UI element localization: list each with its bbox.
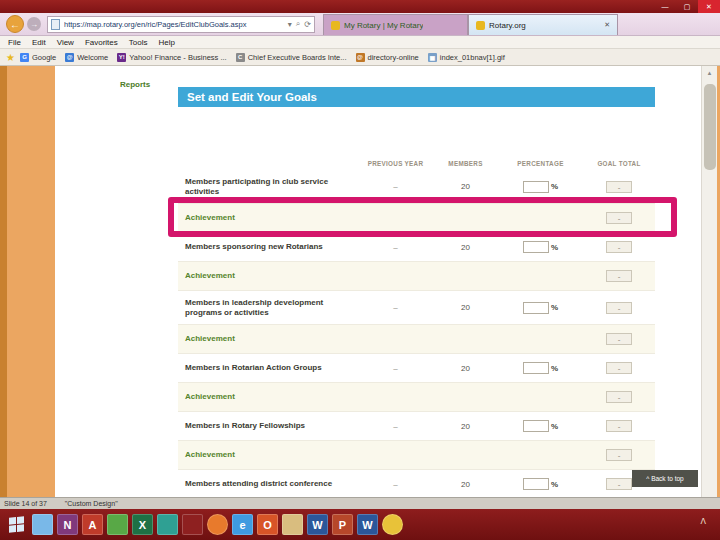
goal-total-box[interactable]: -	[606, 212, 632, 224]
goal-total-box[interactable]: -	[606, 181, 632, 193]
goal-label: Members attending district conference	[178, 479, 358, 489]
percent-sign: %	[551, 480, 558, 489]
status-bar: Slide 14 of 37 "Custom Design"	[0, 497, 720, 509]
close-button[interactable]: ✕	[698, 0, 720, 13]
percentage-input[interactable]	[523, 302, 549, 314]
tray-chevron-icon[interactable]: ᐱ	[701, 517, 706, 526]
search-icon[interactable]: ⌕	[296, 19, 300, 29]
taskbar-app-11-icon[interactable]	[282, 514, 303, 535]
percentage-input[interactable]	[523, 362, 549, 374]
percentage-input[interactable]	[523, 241, 549, 253]
percentage-input[interactable]	[523, 420, 549, 432]
slide-indicator: Slide 14 of 37	[4, 500, 47, 507]
scrollbar[interactable]: ▲	[701, 66, 717, 497]
goal-total-box[interactable]: -	[606, 270, 632, 282]
menu-favorites[interactable]: Favorites	[85, 38, 118, 47]
achievement-label: Achievement	[178, 392, 583, 402]
forward-button[interactable]: →	[27, 17, 41, 31]
percentage-cell: %	[498, 420, 583, 432]
minimize-button[interactable]: —	[654, 0, 676, 13]
chevron-down-icon[interactable]: ▾	[288, 20, 292, 29]
taskbar-app-14-icon[interactable]: W	[357, 514, 378, 535]
favorite-link[interactable]: CChief Executive Boards Inte...	[236, 53, 347, 62]
percentage-input[interactable]	[523, 478, 549, 490]
browser-navbar: ← → https://map.rotary.org/en/ric/Pages/…	[0, 13, 720, 36]
refresh-icon[interactable]: ⟳	[304, 20, 311, 29]
favorites-star-icon[interactable]: ★	[6, 52, 15, 63]
back-button[interactable]: ←	[6, 15, 24, 33]
screen: — ▢ ✕ ← → https://map.rotary.org/en/ric/…	[0, 0, 720, 540]
favorite-link[interactable]: @Welcome	[65, 53, 108, 62]
taskbar-app-1-icon[interactable]	[32, 514, 53, 535]
page-icon	[51, 19, 60, 30]
start-button[interactable]	[4, 513, 28, 537]
scrollbar-thumb[interactable]	[704, 84, 716, 170]
taskbar-app-6-icon[interactable]	[157, 514, 178, 535]
favorite-icon: @	[65, 53, 74, 62]
goal-total-box[interactable]: -	[606, 302, 632, 314]
menu-help[interactable]: Help	[158, 38, 174, 47]
background-strip	[0, 66, 7, 497]
goal-total-box[interactable]: -	[606, 362, 632, 374]
goal-row: Members participating in club service ac…	[178, 170, 655, 204]
achievement-row: Achievement-	[178, 262, 655, 291]
page-title: Set and Edit Your Goals	[178, 87, 655, 107]
tab-rotary-org[interactable]: Rotary.org ✕	[468, 14, 618, 35]
goal-total-box[interactable]: -	[606, 241, 632, 253]
windows-logo-icon	[9, 516, 24, 533]
taskbar-app-9-icon[interactable]: e	[232, 514, 253, 535]
favorite-icon: @	[356, 53, 365, 62]
achievement-label: Achievement	[178, 271, 583, 281]
reports-link[interactable]: Reports	[120, 80, 150, 89]
achievement-label: Achievement	[178, 334, 583, 344]
taskbar-app-5-icon[interactable]: X	[132, 514, 153, 535]
taskbar-app-4-icon[interactable]	[107, 514, 128, 535]
menu-view[interactable]: View	[57, 38, 74, 47]
members-value: 20	[433, 182, 498, 191]
favorite-link[interactable]: Y!Yahoo! Finance - Business ...	[117, 53, 226, 62]
tab-close-icon[interactable]: ✕	[598, 21, 610, 29]
tab-label: My Rotary | My Rotary	[344, 21, 423, 30]
menu-tools[interactable]: Tools	[129, 38, 148, 47]
goal-total-box[interactable]: -	[606, 449, 632, 461]
goal-total-box[interactable]: -	[606, 420, 632, 432]
back-to-top-button[interactable]: ^ Back to top	[632, 470, 698, 487]
tab-favicon	[331, 21, 340, 30]
taskbar-app-13-icon[interactable]: P	[332, 514, 353, 535]
taskbar-app-12-icon[interactable]: W	[307, 514, 328, 535]
goal-total-box[interactable]: -	[606, 478, 632, 490]
favorite-link[interactable]: GGoogle	[20, 53, 56, 62]
goal-row: Members in Rotarian Action Groups–20%-	[178, 354, 655, 383]
taskbar-app-7-icon[interactable]	[182, 514, 203, 535]
goal-label: Members participating in club service ac…	[178, 177, 358, 196]
percentage-cell: %	[498, 478, 583, 490]
goal-total-box[interactable]: -	[606, 333, 632, 345]
taskbar-app-3-icon[interactable]: A	[82, 514, 103, 535]
favorite-label: Google	[32, 53, 56, 62]
taskbar-app-15-icon[interactable]	[382, 514, 403, 535]
content-area: Reports Set and Edit Your Goals PREVIOUS…	[0, 66, 720, 497]
percent-sign: %	[551, 364, 558, 373]
percent-sign: %	[551, 303, 558, 312]
goal-total-box[interactable]: -	[606, 391, 632, 403]
taskbar-app-10-icon[interactable]: O	[257, 514, 278, 535]
menu-edit[interactable]: Edit	[32, 38, 46, 47]
percentage-input[interactable]	[523, 181, 549, 193]
tab-my-rotary[interactable]: My Rotary | My Rotary	[323, 14, 468, 35]
favorite-link[interactable]: ▦index_01bnav[1].gif	[428, 53, 505, 62]
taskbar-apps: NAXeOWPW	[32, 514, 403, 535]
maximize-button[interactable]: ▢	[676, 0, 698, 13]
favorite-label: index_01bnav[1].gif	[440, 53, 505, 62]
favorite-icon: G	[20, 53, 29, 62]
menu-file[interactable]: File	[8, 38, 21, 47]
favorite-link[interactable]: @directory-online	[356, 53, 419, 62]
goal-total-cell: -	[583, 270, 655, 282]
percent-sign: %	[551, 243, 558, 252]
window-titlebar: — ▢ ✕	[0, 0, 720, 13]
url-text: https://map.rotary.org/en/ric/Pages/Edit…	[64, 20, 284, 29]
scroll-up-arrow-icon[interactable]: ▲	[702, 66, 717, 81]
taskbar-app-2-icon[interactable]: N	[57, 514, 78, 535]
address-bar[interactable]: https://map.rotary.org/en/ric/Pages/Edit…	[47, 16, 315, 33]
goal-label: Members in leadership development progra…	[178, 298, 358, 317]
taskbar-app-8-icon[interactable]	[207, 514, 228, 535]
